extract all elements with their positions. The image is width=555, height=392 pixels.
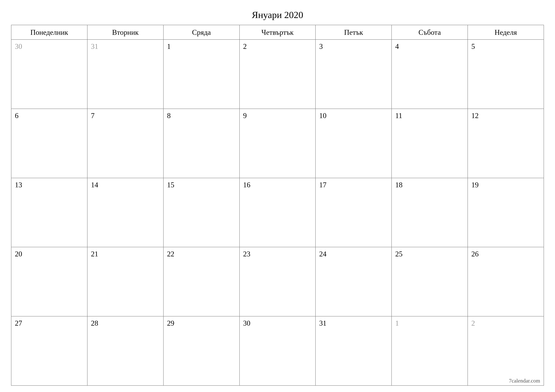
weekday-header: Неделя (467, 25, 544, 39)
week-row: 20 21 22 23 24 25 26 (11, 247, 544, 316)
week-row: 6 7 8 9 10 11 12 (11, 109, 544, 178)
day-cell: 5 (467, 40, 544, 109)
day-cell: 8 (163, 109, 239, 178)
day-cell: 2 (239, 40, 315, 109)
day-cell: 11 (391, 109, 467, 178)
day-cell: 15 (163, 178, 239, 247)
day-cell: 9 (239, 109, 315, 178)
week-row: 13 14 15 16 17 18 19 (11, 178, 544, 247)
day-cell: 10 (315, 109, 391, 178)
day-cell: 12 (467, 109, 544, 178)
calendar-title: Януари 2020 (11, 9, 544, 20)
weekday-header: Вторник (87, 25, 163, 39)
day-cell: 31 (315, 316, 391, 385)
day-cell: 31 (87, 40, 163, 109)
calendar-page: Януари 2020 Понеделник Вторник Сряда Чет… (0, 0, 555, 392)
day-cell: 21 (87, 247, 163, 316)
day-cell: 30 (11, 40, 87, 109)
day-cell: 6 (11, 109, 87, 178)
day-cell: 18 (391, 178, 467, 247)
day-cell: 7 (87, 109, 163, 178)
day-cell: 17 (315, 178, 391, 247)
weekday-header-row: Понеделник Вторник Сряда Четвъртък Петък… (11, 25, 544, 39)
weekday-header: Сряда (163, 25, 239, 39)
week-row: 27 28 29 30 31 1 2 7calendar.com (11, 316, 544, 385)
day-cell: 30 (239, 316, 315, 385)
day-cell: 4 (391, 40, 467, 109)
day-cell: 14 (87, 178, 163, 247)
footer-credit: 7calendar.com (509, 378, 540, 384)
day-cell: 26 (467, 247, 544, 316)
calendar-grid: Понеделник Вторник Сряда Четвъртък Петък… (11, 25, 544, 386)
day-cell: 1 (391, 316, 467, 385)
day-cell: 13 (11, 178, 87, 247)
day-cell: 1 (163, 40, 239, 109)
weekday-header: Понеделник (11, 25, 87, 39)
day-cell: 24 (315, 247, 391, 316)
day-cell: 29 (163, 316, 239, 385)
weekday-header: Събота (391, 25, 467, 39)
day-cell: 2 7calendar.com (467, 316, 544, 385)
day-cell: 16 (239, 178, 315, 247)
week-row: 30 31 1 2 3 4 5 (11, 39, 544, 109)
day-cell: 20 (11, 247, 87, 316)
weekday-header: Петък (315, 25, 391, 39)
day-number: 2 (471, 319, 475, 327)
day-cell: 22 (163, 247, 239, 316)
day-cell: 28 (87, 316, 163, 385)
day-cell: 23 (239, 247, 315, 316)
weekday-header: Четвъртък (239, 25, 315, 39)
day-cell: 19 (467, 178, 544, 247)
day-cell: 25 (391, 247, 467, 316)
day-cell: 3 (315, 40, 391, 109)
day-cell: 27 (11, 316, 87, 385)
